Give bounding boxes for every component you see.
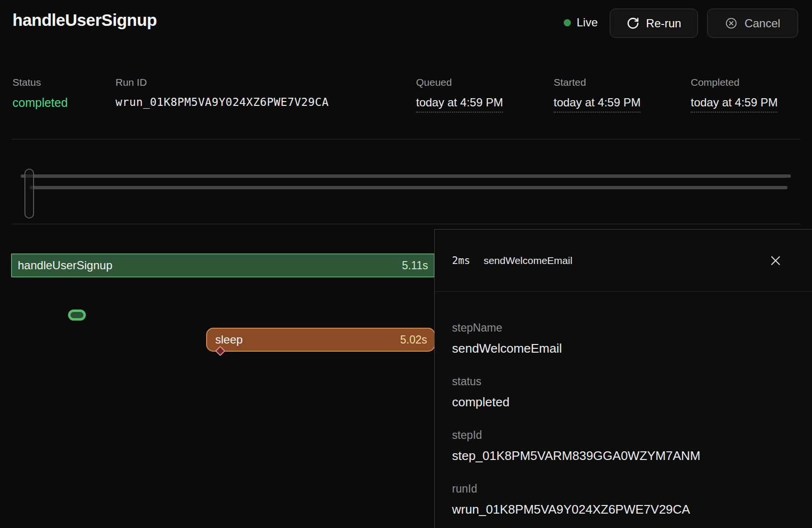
meta-queued: Queued today at 4:59 PM (416, 77, 503, 113)
workflow-run-page: handleUserSignup Live Re-run Cancel Stat… (0, 0, 812, 528)
cancel-label: Cancel (744, 17, 780, 30)
live-dot-icon (564, 19, 571, 26)
rerun-button[interactable]: Re-run (610, 9, 698, 38)
span-label: handleUserSignup (18, 259, 112, 272)
span-handleusersignup[interactable]: handleUserSignup 5.11s (11, 253, 435, 277)
live-indicator: Live (564, 16, 598, 29)
field-value: sendWelcomeEmail (452, 341, 795, 356)
panel-header: 2ms sendWelcomeEmail (435, 230, 812, 292)
detail-field: runId wrun_01K8PM5VA9Y024XZ6PWE7V29CA (452, 482, 795, 517)
live-label: Live (577, 16, 598, 29)
meta-run-id-value: wrun_01K8PM5VA9Y024XZ6PWE7V29CA (116, 96, 329, 108)
meta-completed-value[interactable]: today at 4:59 PM (691, 96, 777, 113)
span-duration: 5.02s (400, 333, 427, 346)
cancel-circle-icon (725, 17, 738, 30)
detail-field: stepName sendWelcomeEmail (452, 321, 795, 356)
span-sleep[interactable]: sleep 5.02s (206, 328, 435, 352)
meta-completed: Completed today at 4:59 PM (691, 77, 777, 113)
meta-started-value[interactable]: today at 4:59 PM (554, 96, 640, 113)
cancel-button[interactable]: Cancel (707, 9, 798, 38)
close-icon (769, 254, 782, 267)
minimap-brush-handle[interactable] (24, 169, 34, 218)
refresh-icon (626, 17, 639, 30)
field-label: status (452, 375, 795, 388)
field-value: wrun_01K8PM5VA9Y024XZ6PWE7V29CA (452, 502, 795, 517)
meta-completed-label: Completed (691, 77, 777, 88)
panel-step-duration: 2ms (452, 255, 470, 266)
panel-close-button[interactable] (767, 252, 784, 269)
rerun-label: Re-run (646, 17, 681, 30)
field-value: completed (452, 395, 795, 410)
span-duration: 5.11s (402, 259, 428, 272)
meta-started-label: Started (554, 77, 640, 88)
detail-field: status completed (452, 375, 795, 410)
step-detail-panel: 2ms sendWelcomeEmail stepName sendWelcom… (434, 229, 812, 528)
detail-field: stepId step_01K8PM5VARM839GGA0WZYM7ANM (452, 429, 795, 463)
field-label: stepName (452, 321, 795, 334)
field-value: step_01K8PM5VARM839GGA0WZYM7ANM (452, 448, 795, 463)
minimap-track-bar-workflow[interactable] (21, 174, 791, 178)
span-label: sleep (215, 333, 243, 346)
divider (12, 224, 800, 224)
minimap-track-bar-step[interactable] (30, 186, 788, 189)
meta-status-label: Status (12, 77, 68, 88)
panel-step-title: sendWelcomeEmail (484, 255, 572, 266)
meta-queued-label: Queued (416, 77, 503, 88)
meta-status: Status completed (12, 77, 68, 110)
meta-run-id: Run ID wrun_01K8PM5VA9Y024XZ6PWE7V29CA (116, 77, 329, 108)
meta-run-id-label: Run ID (116, 77, 329, 88)
meta-queued-value[interactable]: today at 4:59 PM (416, 96, 503, 113)
divider (12, 139, 800, 139)
span-sendwelcomeemail-pill[interactable] (68, 310, 86, 321)
page-title: handleUserSignup (12, 11, 157, 30)
panel-body: stepName sendWelcomeEmail status complet… (435, 292, 812, 517)
field-label: stepId (452, 429, 795, 442)
meta-status-value: completed (12, 96, 68, 110)
meta-started: Started today at 4:59 PM (554, 77, 640, 113)
field-label: runId (452, 482, 795, 495)
